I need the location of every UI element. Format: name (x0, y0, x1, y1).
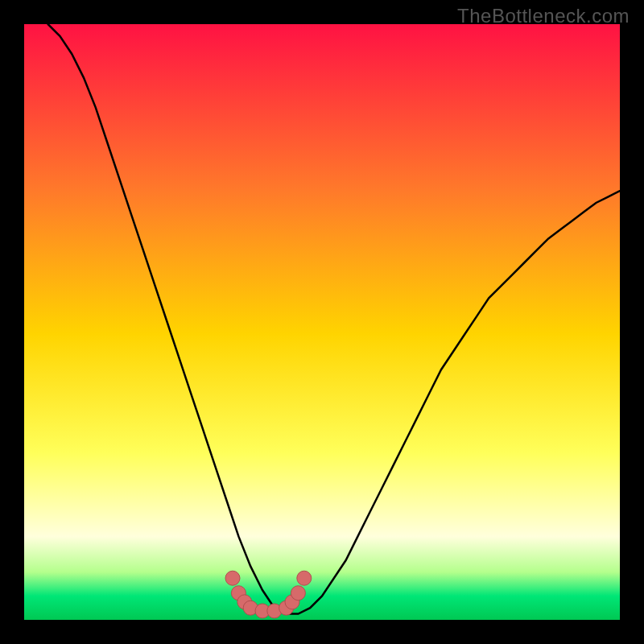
plot-area (24, 24, 620, 620)
bottleneck-curve-chart (24, 24, 620, 620)
marker-dot (225, 571, 240, 585)
watermark-text: TheBottleneck.com (457, 5, 630, 27)
gradient-background (24, 24, 620, 620)
chart-frame: TheBottleneck.com (0, 0, 644, 644)
marker-dot (291, 586, 305, 601)
marker-dot (297, 571, 312, 585)
